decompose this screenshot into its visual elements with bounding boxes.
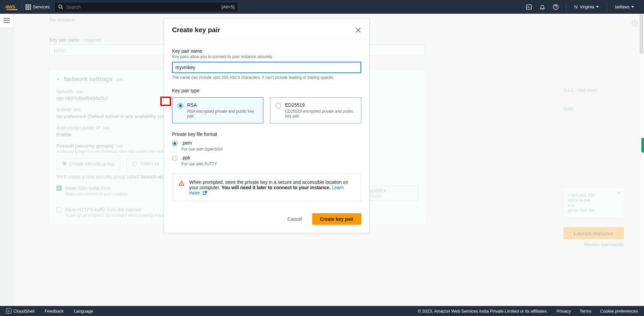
aws-logo[interactable]: aws: [5, 4, 18, 10]
hamburger-icon: [4, 18, 10, 23]
key-pair-name-input[interactable]: [172, 62, 361, 73]
store-key-warning: When prompted, store the private key in …: [172, 174, 361, 201]
search-shortcut-hint: [Alt+S]: [222, 4, 235, 9]
help-icon[interactable]: [549, 0, 562, 14]
cloudshell-icon[interactable]: [6, 308, 11, 314]
radio-dot-icon: [172, 156, 177, 161]
radio-dot-icon: [178, 103, 183, 108]
warning-icon: [178, 180, 184, 186]
feedback-link[interactable]: Feedback: [45, 309, 64, 314]
close-icon[interactable]: [355, 27, 361, 33]
global-search[interactable]: [Alt+S]: [54, 2, 238, 12]
nav-divider: [566, 3, 566, 11]
key-type-ed25519-title: ED25519: [285, 102, 356, 108]
search-icon: [58, 4, 63, 9]
key-format-label: Private key file format: [172, 131, 361, 137]
notifications-icon[interactable]: [536, 0, 549, 14]
create-key-pair-modal: Create key pair Key pair name Key pairs …: [164, 18, 370, 233]
cookie-prefs-link[interactable]: Cookie preferences: [600, 309, 638, 314]
nav-divider: [607, 3, 607, 11]
create-key-pair-button[interactable]: Create key pair: [312, 213, 361, 225]
region-selector[interactable]: N. Virginia: [570, 4, 603, 9]
radio-dot-icon: [172, 141, 177, 146]
footer-bar: CloudShell Feedback Language © 2023, Ama…: [0, 306, 644, 316]
cloudshell-link[interactable]: CloudShell: [13, 309, 35, 314]
format-ppk-title: .ppk: [181, 155, 217, 160]
side-menu-toggle[interactable]: [0, 14, 13, 27]
external-link-icon: [203, 191, 207, 195]
key-type-rsa-title: RSA: [187, 102, 258, 108]
key-type-ed25519-desc: ED25519 encrypted private and public key…: [285, 109, 356, 118]
format-pem-desc: For use with OpenSSH: [181, 147, 223, 152]
format-pem-title: .pem: [181, 140, 223, 146]
format-ppk-option[interactable]: .ppk For use with PuTTY: [172, 155, 361, 166]
key-type-rsa-desc: RSA encrypted private and public key pai…: [187, 109, 258, 118]
cancel-button[interactable]: Cancel: [283, 214, 306, 224]
language-selector[interactable]: Language: [74, 309, 93, 314]
key-type-ed25519-card[interactable]: ED25519 ED25519 encrypted private and pu…: [270, 97, 361, 123]
copyright-text: © 2023, Amazon Web Services India Privat…: [418, 309, 548, 314]
radio-dot-icon: [276, 103, 281, 108]
key-type-rsa-card[interactable]: RSA RSA encrypted private and public key…: [172, 97, 263, 123]
svg-rect-2: [526, 5, 531, 9]
feedback-tab[interactable]: [641, 138, 644, 153]
chevron-down-icon: [631, 6, 634, 8]
key-pair-name-label: Key pair name: [172, 48, 361, 54]
nav-divider: [22, 3, 22, 11]
services-label: Services: [33, 4, 50, 9]
cloudshell-icon[interactable]: [522, 0, 536, 14]
key-pair-name-help: The name can include upto 255 ASCII char…: [172, 75, 361, 80]
services-grid-icon: [25, 4, 31, 10]
annotation-highlight-box: [160, 97, 171, 106]
format-pem-option[interactable]: .pem For use with OpenSSH: [172, 140, 361, 152]
privacy-link[interactable]: Privacy: [556, 309, 571, 314]
chevron-down-icon: [596, 6, 599, 8]
format-ppk-desc: For use with PuTTY: [181, 162, 217, 166]
modal-title: Create key pair: [172, 26, 220, 34]
top-nav: aws Services [Alt+S] N. Virginia latifaw…: [0, 0, 644, 14]
key-pair-type-label: Key pair type: [172, 88, 361, 93]
account-menu[interactable]: latifaws: [610, 4, 639, 9]
terms-link[interactable]: Terms: [580, 309, 591, 314]
services-menu[interactable]: Services: [25, 4, 50, 10]
search-input[interactable]: [66, 4, 221, 10]
key-pair-name-hint: Key pairs allow you to connect to your i…: [172, 54, 361, 59]
svg-line-1: [62, 8, 63, 9]
svg-point-0: [59, 5, 62, 8]
svg-point-5: [181, 185, 181, 185]
